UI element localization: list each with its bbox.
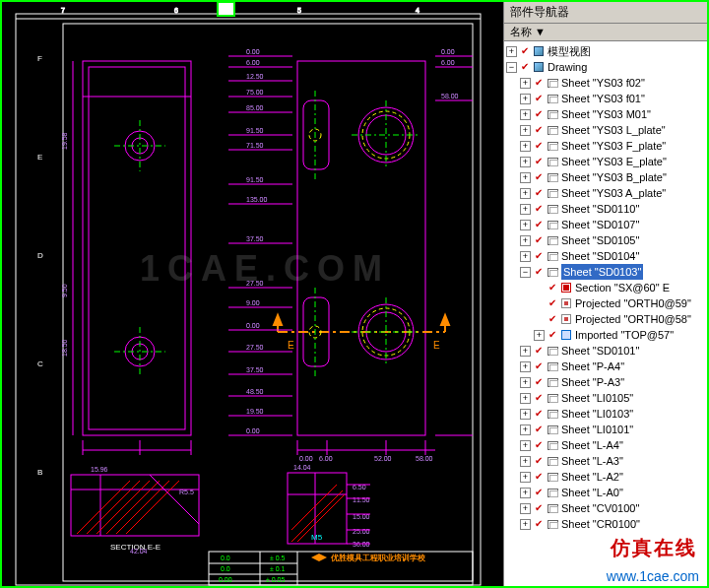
cad-viewport[interactable]: 1CAE.COM 7 6 5 4 F E D C B <box>2 2 504 586</box>
check-icon[interactable]: ✔ <box>533 219 545 230</box>
check-icon[interactable]: ✔ <box>533 93 545 104</box>
tree-item[interactable]: +✔Sheet "P-A3" <box>504 374 707 390</box>
check-icon[interactable]: ✔ <box>533 360 545 372</box>
expand-toggle[interactable]: + <box>520 361 531 372</box>
expand-toggle[interactable]: + <box>520 503 531 514</box>
tree-item[interactable]: +✔Sheet "SD0104" <box>504 248 707 264</box>
expand-toggle[interactable]: + <box>520 409 531 420</box>
check-icon[interactable]: ✔ <box>533 234 545 246</box>
expand-toggle[interactable]: + <box>520 94 531 104</box>
check-icon[interactable]: ✔ <box>533 518 545 530</box>
tree-item[interactable]: ✔Section "SX@60" E <box>504 280 707 295</box>
tree-icon <box>546 124 559 136</box>
check-icon[interactable]: ✔ <box>547 313 558 325</box>
tree-item[interactable]: +✔Sheet "YS03 B_plate" <box>504 169 707 185</box>
expand-toggle[interactable]: + <box>520 141 531 152</box>
check-icon[interactable]: ✔ <box>533 156 545 167</box>
tree-item[interactable]: +✔Sheet "SD0110" <box>504 201 707 217</box>
tree-item[interactable]: +✔Sheet "SD0101" <box>504 343 707 359</box>
check-icon[interactable]: ✔ <box>533 345 545 357</box>
expand-toggle[interactable]: + <box>520 157 531 167</box>
title-school: 优胜模具工程职业培训学校 <box>330 554 426 562</box>
expand-toggle[interactable]: + <box>520 377 531 388</box>
check-icon[interactable]: ✔ <box>533 408 545 420</box>
expand-toggle[interactable]: + <box>520 125 531 136</box>
svg-text:25.00: 25.00 <box>353 528 370 535</box>
check-icon[interactable]: ✔ <box>547 282 558 294</box>
tree-item[interactable]: +✔Sheet "L-A3" <box>504 453 707 469</box>
tree-item[interactable]: +✔Sheet "YS03 F_plate" <box>504 138 707 154</box>
check-icon[interactable]: ✔ <box>533 471 545 483</box>
check-icon[interactable]: ✔ <box>533 124 545 136</box>
navigator-column-header[interactable]: 名称 ▼ <box>504 24 707 41</box>
expand-toggle[interactable]: + <box>520 519 531 530</box>
tree-item[interactable]: −✔Sheet "SD0103" <box>504 264 707 280</box>
tree-item[interactable]: +✔Sheet "YS03 A_plate" <box>504 185 707 201</box>
tree-item[interactable]: +✔Sheet "L-A0" <box>504 485 707 500</box>
tree-item[interactable]: +✔Sheet "YS03 f02" <box>504 75 707 91</box>
check-icon[interactable]: ✔ <box>533 392 545 404</box>
tree-item[interactable]: +✔Sheet "SD0105" <box>504 232 707 248</box>
tree-item[interactable]: +✔Sheet "L-A4" <box>504 437 707 453</box>
tree-item[interactable]: +✔Imported "TOP@57" <box>504 327 707 343</box>
check-icon[interactable]: ✔ <box>533 424 545 435</box>
tree-item[interactable]: +✔Sheet "CV0100" <box>504 500 707 516</box>
tree-item[interactable]: +✔Sheet "P-A4" <box>504 359 707 374</box>
tree-item[interactable]: +✔Sheet "LI0105" <box>504 390 707 406</box>
tree-icon <box>546 77 559 89</box>
tree-item[interactable]: +✔Sheet "LI0101" <box>504 422 707 437</box>
tree-item[interactable]: +✔模型视图 <box>504 43 707 59</box>
expand-toggle[interactable]: + <box>520 425 531 435</box>
check-icon[interactable]: ✔ <box>533 502 545 514</box>
expand-toggle[interactable]: + <box>520 204 531 215</box>
expand-toggle[interactable]: + <box>520 78 531 89</box>
tree-item[interactable]: +✔Sheet "LI0103" <box>504 406 707 422</box>
tree-icon <box>546 203 559 215</box>
expand-toggle[interactable]: + <box>520 172 531 183</box>
check-icon[interactable]: ✔ <box>533 487 545 498</box>
check-icon[interactable]: ✔ <box>533 171 545 183</box>
expand-toggle[interactable]: + <box>520 393 531 404</box>
tree-item[interactable]: +✔Sheet "CR0100" <box>504 516 707 532</box>
check-icon[interactable]: ✔ <box>533 376 545 388</box>
check-icon[interactable]: ✔ <box>519 61 531 73</box>
expand-toggle[interactable]: + <box>520 220 531 230</box>
expand-toggle[interactable]: + <box>520 188 531 199</box>
check-icon[interactable]: ✔ <box>533 455 545 467</box>
check-icon[interactable]: ✔ <box>519 45 531 57</box>
tree-item[interactable]: +✔Sheet "YS03 M01" <box>504 106 707 122</box>
expand-toggle[interactable]: + <box>520 472 531 483</box>
expand-toggle[interactable]: + <box>506 46 517 57</box>
tree-item[interactable]: +✔Sheet "YS03 f01" <box>504 91 707 106</box>
expand-toggle[interactable]: + <box>520 440 531 451</box>
check-icon[interactable]: ✔ <box>547 297 558 309</box>
check-icon[interactable]: ✔ <box>533 266 545 278</box>
expand-toggle[interactable]: + <box>520 109 531 120</box>
navigator-tree[interactable]: +✔模型视图−✔Drawing+✔Sheet "YS03 f02"+✔Sheet… <box>504 41 707 586</box>
check-icon[interactable]: ✔ <box>533 187 545 199</box>
tree-item[interactable]: −✔Drawing <box>504 59 707 75</box>
expand-toggle[interactable]: + <box>520 488 531 498</box>
expand-toggle[interactable]: − <box>520 267 531 278</box>
tree-item[interactable]: +✔Sheet "YS03 L_plate" <box>504 122 707 138</box>
check-icon[interactable]: ✔ <box>533 77 545 89</box>
tree-item[interactable]: +✔Sheet "SD0107" <box>504 217 707 232</box>
check-icon[interactable]: ✔ <box>547 329 558 341</box>
expand-toggle[interactable]: + <box>520 251 531 262</box>
expand-toggle[interactable]: + <box>520 346 531 357</box>
expand-toggle[interactable]: + <box>534 330 545 341</box>
expand-toggle[interactable]: + <box>520 235 531 246</box>
tree-item[interactable]: +✔Sheet "YS03 E_plate" <box>504 154 707 169</box>
check-icon[interactable]: ✔ <box>533 250 545 262</box>
expand-toggle[interactable]: − <box>506 62 517 73</box>
check-icon[interactable]: ✔ <box>533 203 545 215</box>
expand-toggle[interactable]: + <box>520 456 531 467</box>
svg-text:19.58: 19.58 <box>61 132 68 150</box>
check-icon[interactable]: ✔ <box>533 140 545 152</box>
tree-item[interactable]: ✔Projected "ORTH0@59" <box>504 295 707 311</box>
check-icon[interactable]: ✔ <box>533 108 545 120</box>
check-icon[interactable]: ✔ <box>533 439 545 451</box>
svg-text:6.00: 6.00 <box>319 455 333 462</box>
tree-item[interactable]: ✔Projected "ORTH0@58" <box>504 311 707 327</box>
tree-item[interactable]: +✔Sheet "L-A2" <box>504 469 707 485</box>
